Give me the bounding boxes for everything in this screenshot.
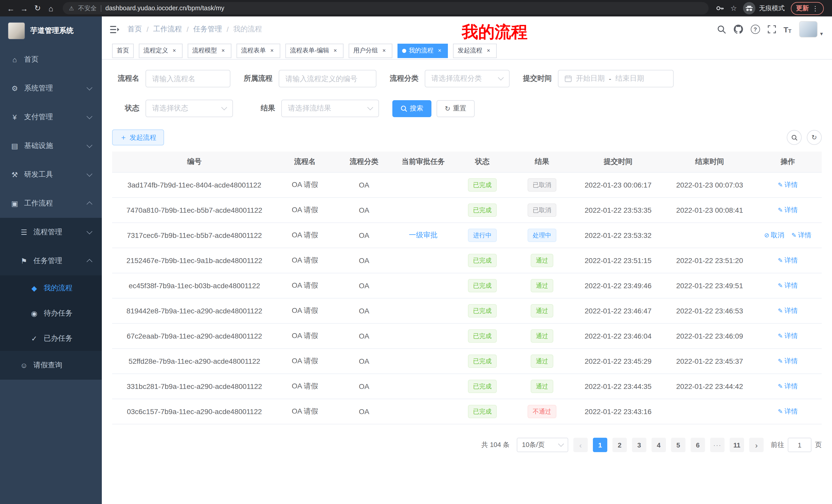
- status-badge: 已完成: [468, 178, 497, 192]
- tab-item[interactable]: 发起流程 ×: [453, 44, 497, 58]
- sidebar-menu-item[interactable]: ☺ 请假查询: [0, 351, 102, 380]
- goto-page-input[interactable]: [788, 438, 811, 452]
- detail-link[interactable]: ✎ 详情: [778, 256, 798, 265]
- detail-link[interactable]: ✎ 详情: [778, 180, 798, 190]
- fullscreen-icon[interactable]: [768, 25, 776, 33]
- browser-update-button[interactable]: 更新 ⋮: [791, 2, 824, 15]
- cancel-link[interactable]: ⊘ 取消: [764, 231, 784, 240]
- reload-icon[interactable]: ↻: [33, 4, 42, 13]
- browser-menu-icon[interactable]: ⋮: [812, 4, 818, 12]
- refresh-table-button[interactable]: ↻: [807, 130, 822, 145]
- help-icon[interactable]: ?: [751, 25, 760, 34]
- app-logo-row[interactable]: 芋道管理系统: [0, 17, 102, 45]
- cell-status: 已完成: [451, 304, 513, 317]
- hamburger-icon[interactable]: [110, 25, 119, 33]
- search-icon[interactable]: [717, 25, 726, 34]
- close-icon[interactable]: ×: [268, 47, 276, 54]
- page-number-button[interactable]: 6: [691, 438, 705, 452]
- close-icon[interactable]: ×: [219, 47, 227, 54]
- menu-label: 支付管理: [24, 113, 53, 122]
- chevron-icon: [87, 228, 93, 234]
- sidebar-menu-item[interactable]: ⌂ 首页: [0, 45, 102, 74]
- cell-category: OA: [333, 256, 395, 264]
- menu-label: 我的流程: [44, 283, 73, 292]
- page-number-button[interactable]: ···: [710, 438, 725, 452]
- breadcrumb-item[interactable]: / 工作流程: [142, 25, 182, 34]
- cell-actions: ✎ 详情: [754, 306, 822, 315]
- detail-link[interactable]: ✎ 详情: [778, 281, 798, 290]
- home-icon[interactable]: ⌂: [46, 4, 55, 12]
- cancel-icon: ⊘: [764, 232, 769, 239]
- password-key-icon[interactable]: [716, 4, 724, 12]
- process-name-input[interactable]: [146, 70, 230, 87]
- detail-link[interactable]: ✎ 详情: [778, 407, 798, 416]
- close-icon[interactable]: ×: [436, 47, 443, 54]
- close-icon[interactable]: ×: [381, 47, 388, 54]
- search-button[interactable]: 搜索: [392, 100, 432, 117]
- reset-button[interactable]: ↻ 重置: [437, 100, 475, 117]
- bookmark-star-icon[interactable]: ☆: [730, 4, 737, 12]
- detail-link[interactable]: ✎ 详情: [778, 331, 798, 341]
- detail-link[interactable]: ✎ 详情: [778, 357, 798, 366]
- page-number-button[interactable]: 3: [632, 438, 646, 452]
- close-icon[interactable]: ×: [485, 47, 492, 54]
- status-label: 状态: [112, 104, 139, 113]
- sidebar-menu-item[interactable]: ▤ 基础设施: [0, 132, 102, 160]
- close-icon[interactable]: ×: [332, 47, 339, 54]
- page-number-button[interactable]: 5: [671, 438, 685, 452]
- tab-item[interactable]: 用户分组 ×: [349, 44, 392, 58]
- result-select[interactable]: 请选择流结果: [281, 100, 379, 117]
- user-avatar[interactable]: ▼: [799, 21, 824, 37]
- toggle-search-button[interactable]: [787, 130, 802, 145]
- breadcrumb-item[interactable]: / 我的流程: [222, 25, 262, 34]
- task-link[interactable]: 一级审批: [409, 231, 438, 239]
- tab-item[interactable]: 流程模型 ×: [188, 44, 231, 58]
- next-page-button[interactable]: ›: [749, 438, 763, 452]
- pagination: 共 104 条 10条/页 ‹ 1 2 3 4 5: [112, 438, 822, 452]
- github-icon[interactable]: [734, 25, 743, 34]
- sidebar-menu-item[interactable]: ◉ 待办任务: [0, 301, 102, 326]
- detail-link[interactable]: ✎ 详情: [778, 382, 798, 391]
- status-select[interactable]: 请选择状态: [146, 100, 233, 117]
- tab-item[interactable]: 我的流程 ×: [397, 44, 448, 58]
- prev-page-button[interactable]: ‹: [573, 438, 588, 452]
- cell-end-time: 2022-01-23 00:07:03: [666, 181, 754, 189]
- sidebar-menu-item[interactable]: ▣ 工作流程: [0, 189, 102, 218]
- sidebar-menu-item[interactable]: ◆ 我的流程: [0, 275, 102, 301]
- category-select[interactable]: 请选择流程分类: [425, 70, 510, 87]
- start-date-placeholder[interactable]: 开始日期: [576, 74, 605, 83]
- cell-submit-time: 2022-01-22 23:44:35: [571, 382, 666, 390]
- address-bar[interactable]: ⚠ 不安全 dashboard.yudao.iocoder.cn/bpm/tas…: [63, 2, 709, 15]
- tab-item[interactable]: 首页: [112, 44, 134, 58]
- page-number-button[interactable]: 11: [730, 438, 744, 452]
- tab-item[interactable]: 流程表单 ×: [237, 44, 280, 58]
- breadcrumb-item[interactable]: / 任务管理: [182, 25, 222, 34]
- sidebar-menu-item[interactable]: ☰ 流程管理: [0, 218, 102, 247]
- detail-link[interactable]: ✎ 详情: [778, 205, 798, 215]
- sidebar-menu-item[interactable]: ✓ 已办任务: [0, 326, 102, 351]
- page-size-select[interactable]: 10条/页: [517, 438, 568, 452]
- page-number-button[interactable]: 4: [651, 438, 666, 452]
- close-icon[interactable]: ×: [171, 47, 178, 54]
- page-number-button[interactable]: 1: [593, 438, 607, 452]
- sidebar-menu-item[interactable]: ⚙ 系统管理: [0, 74, 102, 103]
- breadcrumb-item[interactable]: / 首页: [128, 25, 142, 34]
- process-def-input[interactable]: [279, 70, 376, 87]
- sidebar-menu-item[interactable]: ⚑ 任务管理: [0, 247, 102, 275]
- detail-link[interactable]: ✎ 详情: [791, 231, 811, 240]
- url-text[interactable]: dashboard.yudao.iocoder.cn/bpm/task/my: [105, 5, 225, 12]
- tab-item[interactable]: 流程表单-编辑 ×: [285, 44, 343, 58]
- font-size-icon[interactable]: TT: [784, 25, 791, 34]
- forward-icon[interactable]: →: [20, 4, 29, 12]
- cell-status: 已完成: [451, 203, 513, 217]
- date-range-picker[interactable]: 开始日期 - 结束日期: [558, 70, 674, 87]
- page-number-button[interactable]: 2: [613, 438, 627, 452]
- tab-item[interactable]: 流程定义 ×: [139, 44, 183, 58]
- create-process-button[interactable]: ＋ 发起流程: [112, 130, 164, 145]
- sidebar-menu-item[interactable]: ⚒ 研发工具: [0, 160, 102, 189]
- sidebar-menu-item[interactable]: ¥ 支付管理: [0, 103, 102, 132]
- back-icon[interactable]: ←: [6, 4, 16, 12]
- detail-link[interactable]: ✎ 详情: [778, 306, 798, 315]
- category-filter: 流程分类 请选择流程分类: [390, 70, 510, 87]
- end-date-placeholder[interactable]: 结束日期: [615, 74, 644, 83]
